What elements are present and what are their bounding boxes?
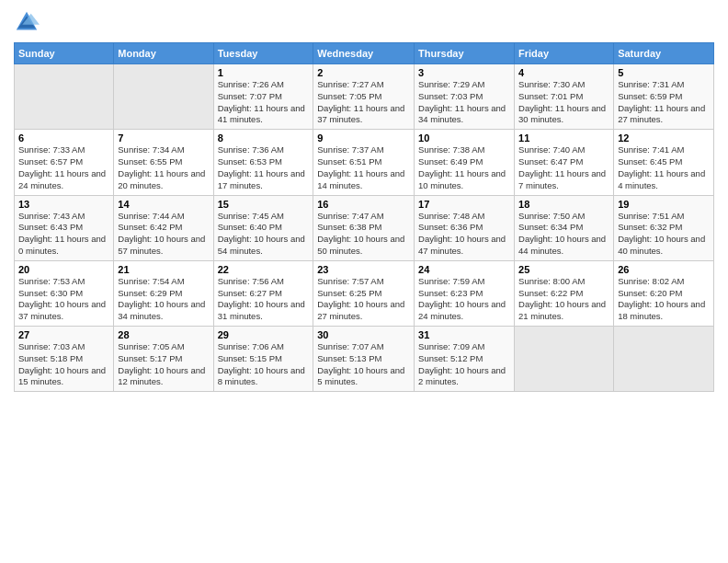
day-info: Sunrise: 7:33 AM Sunset: 6:57 PM Dayligh… [18, 144, 109, 191]
calendar-cell: 2Sunrise: 7:27 AM Sunset: 7:05 PM Daylig… [313, 64, 415, 130]
day-info: Sunrise: 7:34 AM Sunset: 6:55 PM Dayligh… [118, 144, 209, 191]
calendar-week-row: 6Sunrise: 7:33 AM Sunset: 6:57 PM Daylig… [15, 130, 714, 195]
day-number: 26 [618, 264, 710, 275]
day-number: 23 [317, 264, 410, 275]
day-info: Sunrise: 7:30 AM Sunset: 7:01 PM Dayligh… [518, 79, 609, 126]
calendar-cell: 28Sunrise: 7:05 AM Sunset: 5:17 PM Dayli… [114, 327, 213, 392]
calendar-week-row: 27Sunrise: 7:03 AM Sunset: 5:18 PM Dayli… [15, 327, 714, 392]
day-number: 13 [18, 199, 109, 210]
day-info: Sunrise: 7:53 AM Sunset: 6:30 PM Dayligh… [18, 276, 109, 323]
calendar-week-row: 20Sunrise: 7:53 AM Sunset: 6:30 PM Dayli… [15, 260, 714, 326]
day-info: Sunrise: 7:29 AM Sunset: 7:03 PM Dayligh… [418, 79, 510, 126]
calendar-cell [15, 64, 114, 130]
day-number: 17 [418, 199, 510, 210]
day-number: 7 [118, 132, 209, 144]
day-of-week-header: Sunday [15, 43, 114, 64]
calendar-cell: 10Sunrise: 7:38 AM Sunset: 6:49 PM Dayli… [415, 130, 515, 195]
calendar-cell: 29Sunrise: 7:06 AM Sunset: 5:15 PM Dayli… [213, 327, 313, 392]
day-number: 2 [317, 67, 410, 78]
calendar-cell: 13Sunrise: 7:43 AM Sunset: 6:43 PM Dayli… [15, 195, 114, 260]
calendar-cell: 19Sunrise: 7:51 AM Sunset: 6:32 PM Dayli… [614, 195, 714, 260]
calendar-cell: 26Sunrise: 8:02 AM Sunset: 6:20 PM Dayli… [614, 260, 714, 326]
day-number: 1 [218, 67, 310, 78]
calendar-cell: 5Sunrise: 7:31 AM Sunset: 6:59 PM Daylig… [614, 64, 714, 130]
calendar-cell: 17Sunrise: 7:48 AM Sunset: 6:36 PM Dayli… [415, 195, 515, 260]
day-number: 19 [618, 199, 710, 210]
calendar-cell: 24Sunrise: 7:59 AM Sunset: 6:23 PM Dayli… [415, 260, 515, 326]
day-number: 15 [218, 199, 310, 210]
calendar-cell: 4Sunrise: 7:30 AM Sunset: 7:01 PM Daylig… [515, 64, 614, 130]
day-number: 21 [118, 264, 209, 275]
day-number: 12 [618, 132, 710, 144]
day-number: 8 [218, 132, 310, 144]
day-info: Sunrise: 7:56 AM Sunset: 6:27 PM Dayligh… [218, 276, 310, 323]
day-info: Sunrise: 7:36 AM Sunset: 6:53 PM Dayligh… [218, 144, 310, 191]
calendar-cell [515, 327, 614, 392]
calendar-cell: 11Sunrise: 7:40 AM Sunset: 6:47 PM Dayli… [515, 130, 614, 195]
day-info: Sunrise: 7:47 AM Sunset: 6:38 PM Dayligh… [317, 211, 410, 258]
calendar-cell: 20Sunrise: 7:53 AM Sunset: 6:30 PM Dayli… [15, 260, 114, 326]
day-of-week-header: Saturday [614, 43, 714, 64]
day-number: 10 [418, 132, 510, 144]
day-info: Sunrise: 7:38 AM Sunset: 6:49 PM Dayligh… [418, 144, 510, 191]
calendar-week-row: 13Sunrise: 7:43 AM Sunset: 6:43 PM Dayli… [15, 195, 714, 260]
calendar-cell: 22Sunrise: 7:56 AM Sunset: 6:27 PM Dayli… [213, 260, 313, 326]
day-number: 24 [418, 264, 510, 275]
day-info: Sunrise: 7:27 AM Sunset: 7:05 PM Dayligh… [317, 79, 410, 126]
logo [14, 9, 41, 35]
calendar-cell: 8Sunrise: 7:36 AM Sunset: 6:53 PM Daylig… [213, 130, 313, 195]
day-info: Sunrise: 7:07 AM Sunset: 5:13 PM Dayligh… [317, 341, 410, 388]
day-number: 11 [518, 132, 609, 144]
day-info: Sunrise: 7:05 AM Sunset: 5:17 PM Dayligh… [118, 341, 209, 388]
day-number: 30 [317, 329, 410, 340]
day-of-week-header: Thursday [415, 43, 515, 64]
calendar-cell: 14Sunrise: 7:44 AM Sunset: 6:42 PM Dayli… [114, 195, 213, 260]
day-info: Sunrise: 7:31 AM Sunset: 6:59 PM Dayligh… [618, 79, 710, 126]
day-info: Sunrise: 7:43 AM Sunset: 6:43 PM Dayligh… [18, 211, 109, 258]
header [14, 9, 714, 35]
day-number: 6 [18, 132, 109, 144]
calendar-cell: 31Sunrise: 7:09 AM Sunset: 5:12 PM Dayli… [415, 327, 515, 392]
calendar-cell: 1Sunrise: 7:26 AM Sunset: 7:07 PM Daylig… [213, 64, 313, 130]
day-info: Sunrise: 7:45 AM Sunset: 6:40 PM Dayligh… [218, 211, 310, 258]
day-number: 29 [218, 329, 310, 340]
day-info: Sunrise: 7:48 AM Sunset: 6:36 PM Dayligh… [418, 211, 510, 258]
calendar-cell: 16Sunrise: 7:47 AM Sunset: 6:38 PM Dayli… [313, 195, 415, 260]
day-of-week-header: Tuesday [213, 43, 313, 64]
day-info: Sunrise: 7:03 AM Sunset: 5:18 PM Dayligh… [18, 341, 109, 388]
day-number: 4 [518, 67, 609, 78]
calendar-header-row: SundayMondayTuesdayWednesdayThursdayFrid… [15, 43, 714, 64]
calendar-cell: 15Sunrise: 7:45 AM Sunset: 6:40 PM Dayli… [213, 195, 313, 260]
day-number: 25 [518, 264, 609, 275]
calendar-cell: 9Sunrise: 7:37 AM Sunset: 6:51 PM Daylig… [313, 130, 415, 195]
day-of-week-header: Wednesday [313, 43, 415, 64]
day-number: 28 [118, 329, 209, 340]
calendar-cell: 25Sunrise: 8:00 AM Sunset: 6:22 PM Dayli… [515, 260, 614, 326]
day-info: Sunrise: 7:40 AM Sunset: 6:47 PM Dayligh… [518, 144, 609, 191]
day-info: Sunrise: 7:37 AM Sunset: 6:51 PM Dayligh… [317, 144, 410, 191]
calendar-week-row: 1Sunrise: 7:26 AM Sunset: 7:07 PM Daylig… [15, 64, 714, 130]
calendar-cell: 12Sunrise: 7:41 AM Sunset: 6:45 PM Dayli… [614, 130, 714, 195]
day-info: Sunrise: 8:02 AM Sunset: 6:20 PM Dayligh… [618, 276, 710, 323]
day-number: 3 [418, 67, 510, 78]
day-info: Sunrise: 7:06 AM Sunset: 5:15 PM Dayligh… [218, 341, 310, 388]
day-info: Sunrise: 7:51 AM Sunset: 6:32 PM Dayligh… [618, 211, 710, 258]
day-info: Sunrise: 7:59 AM Sunset: 6:23 PM Dayligh… [418, 276, 510, 323]
day-number: 14 [118, 199, 209, 210]
day-info: Sunrise: 8:00 AM Sunset: 6:22 PM Dayligh… [518, 276, 609, 323]
day-of-week-header: Friday [515, 43, 614, 64]
calendar-cell [614, 327, 714, 392]
day-number: 27 [18, 329, 109, 340]
day-number: 16 [317, 199, 410, 210]
day-number: 5 [618, 67, 710, 78]
calendar-cell: 6Sunrise: 7:33 AM Sunset: 6:57 PM Daylig… [15, 130, 114, 195]
calendar-cell: 7Sunrise: 7:34 AM Sunset: 6:55 PM Daylig… [114, 130, 213, 195]
calendar-cell: 18Sunrise: 7:50 AM Sunset: 6:34 PM Dayli… [515, 195, 614, 260]
day-info: Sunrise: 7:57 AM Sunset: 6:25 PM Dayligh… [317, 276, 410, 323]
calendar-cell: 30Sunrise: 7:07 AM Sunset: 5:13 PM Dayli… [313, 327, 415, 392]
day-info: Sunrise: 7:09 AM Sunset: 5:12 PM Dayligh… [418, 341, 510, 388]
day-of-week-header: Monday [114, 43, 213, 64]
calendar-table: SundayMondayTuesdayWednesdayThursdayFrid… [14, 42, 714, 392]
calendar-cell [114, 64, 213, 130]
day-info: Sunrise: 7:41 AM Sunset: 6:45 PM Dayligh… [618, 144, 710, 191]
